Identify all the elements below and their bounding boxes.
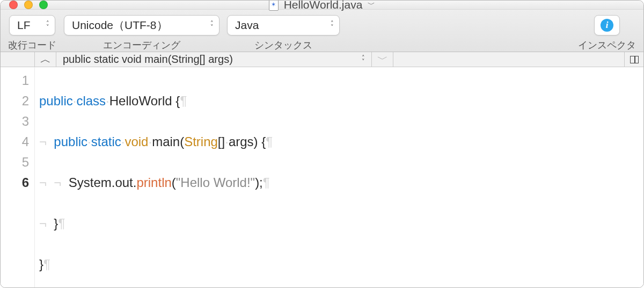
syntax-select[interactable]: Java ˄˅: [227, 15, 340, 35]
line-gutter[interactable]: 1 2 3 4 5 6: [1, 67, 35, 288]
stepper-icon: ˄˅: [331, 21, 334, 29]
stepper-icon: ˄˅: [210, 21, 214, 29]
chevron-up-icon: ︿: [40, 52, 51, 67]
line-number: 5: [1, 152, 29, 172]
line-endings-select[interactable]: LF ˄˅: [9, 15, 55, 35]
editor-area: 1 2 3 4 5 6 public·class·HelloWorld {¶ ¬…: [1, 67, 643, 288]
java-file-icon: [269, 0, 279, 11]
line-endings-label: 改行コード: [8, 39, 56, 52]
titlebar: HelloWorld.java ﹀: [1, 1, 643, 10]
symbol-navigator: ︿ public static void main(String[] args)…: [1, 52, 643, 67]
nav-gutter: [1, 52, 35, 67]
syntax-value: Java: [235, 19, 259, 32]
code-area[interactable]: public·class·HelloWorld {¶ ¬ public·stat…: [35, 67, 273, 288]
line-number: 2: [1, 91, 29, 111]
stepper-icon: ˄˅: [46, 21, 49, 29]
line-number: 6: [1, 172, 29, 193]
minimize-icon[interactable]: [24, 1, 33, 9]
line-endings-value: LF: [17, 19, 31, 32]
split-icon: [630, 56, 639, 63]
editor-window: HelloWorld.java ﹀ LF ˄˅ 改行コード Unicode（UT…: [0, 0, 644, 288]
inspector-button[interactable]: i: [594, 15, 620, 35]
stepper-icon: ˄˅: [362, 56, 365, 63]
line-number: 3: [1, 111, 29, 132]
filename-label: HelloWorld.java: [284, 0, 363, 11]
symbol-label: public static void main(String[] args): [63, 53, 233, 66]
zoom-icon[interactable]: [39, 1, 48, 9]
encoding-value: Unicode（UTF-8）: [72, 18, 168, 33]
close-icon[interactable]: [9, 1, 18, 9]
window-controls: [1, 1, 48, 9]
encoding-label: エンコーディング: [103, 39, 180, 52]
inspector-label: インスペクタ: [578, 39, 636, 52]
line-number: 1: [1, 70, 29, 91]
chevron-down-icon: ﹀: [368, 0, 375, 10]
chevron-down-icon: ﹀: [377, 52, 388, 67]
info-icon: i: [601, 19, 613, 32]
encoding-select[interactable]: Unicode（UTF-8） ˄˅: [64, 15, 219, 35]
nav-down-button[interactable]: ﹀: [372, 52, 393, 67]
toolbar: LF ˄˅ 改行コード Unicode（UTF-8） ˄˅ エンコーディング J…: [1, 10, 643, 52]
nav-up-button[interactable]: ︿: [35, 52, 56, 67]
line-number: 4: [1, 132, 29, 152]
syntax-label: シンタックス: [254, 39, 312, 52]
document-title[interactable]: HelloWorld.java ﹀: [269, 0, 376, 11]
split-view-button[interactable]: [624, 52, 643, 67]
symbol-popup[interactable]: public static void main(String[] args) ˄…: [56, 52, 372, 67]
